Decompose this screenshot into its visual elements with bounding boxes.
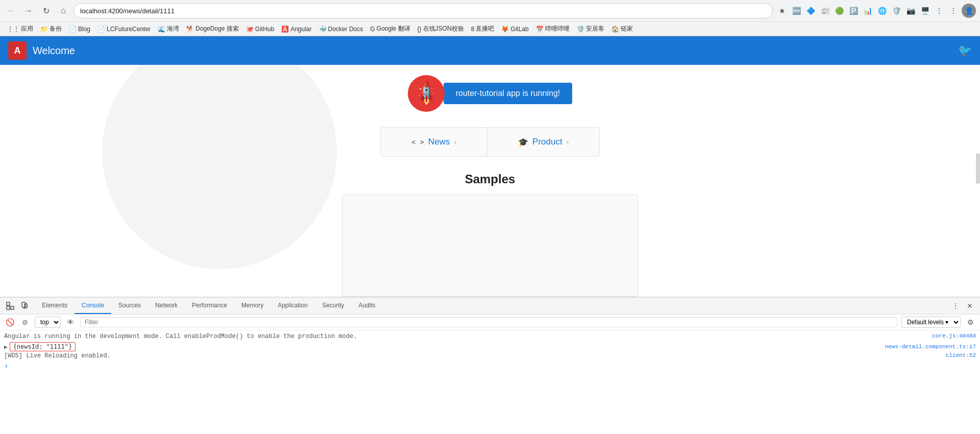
menu-icon[interactable]: ⋮ (947, 5, 960, 17)
tab-application[interactable]: Application (271, 298, 315, 314)
scrollbar[interactable] (976, 153, 980, 184)
browser-topbar: ← → ↻ ⌂ ★ 🆕 🔷 📰 🟢 🅿️ 📊 🌐 🛡️ 📷 🖥️ ⋮ ⋮ 👤 (0, 0, 980, 21)
expand-arrow-icon[interactable]: ▶ (4, 344, 8, 350)
bookmark-angular-label: Angular (290, 26, 311, 33)
tab-security[interactable]: Security (315, 298, 351, 314)
github-icon: 🐙 (246, 26, 254, 33)
browser-toolbar-icons: ★ 🆕 🔷 📰 🟢 🅿️ 📊 🌐 🛡️ 📷 🖥️ ⋮ ⋮ 👤 (776, 4, 976, 18)
console-message-1-source[interactable]: core.js:40480 (932, 333, 976, 339)
tab-performance[interactable]: Performance (185, 298, 234, 314)
console-clear-icon[interactable]: 🚫 (4, 317, 15, 328)
console-message-3: [WDS] Live Reloading enabled. client:52 (0, 352, 980, 361)
angular-icon: 🅰️ (281, 26, 289, 33)
bookmark-apps[interactable]: ⋮⋮ 应用 (4, 23, 36, 34)
tab-memory[interactable]: Memory (234, 298, 271, 314)
console-settings-icon[interactable]: ⚙ (965, 317, 976, 328)
folder-icon: 📁 (40, 26, 48, 33)
extension-icon-9[interactable]: 🖥️ (919, 5, 931, 17)
bookmark-haiwan[interactable]: 🌊 海湾 (155, 23, 182, 34)
google-translate-icon: G (370, 26, 375, 33)
bookmark-google-translate[interactable]: G Google 翻译 (367, 23, 413, 34)
svg-rect-3 (22, 302, 26, 307)
devtools-inspect-icon[interactable] (4, 300, 16, 312)
address-bar-wrap (74, 3, 773, 18)
tab-console[interactable]: Console (75, 298, 111, 314)
devtools-close-icon[interactable]: ✕ (964, 300, 976, 312)
live-icon: 8 (471, 26, 475, 33)
bookmark-blog[interactable]: 📄 Blog (66, 25, 93, 34)
extension-icon-1[interactable]: 🔷 (804, 5, 817, 17)
bookmark-angular[interactable]: 🅰️ Angular (278, 25, 314, 34)
tab-sources[interactable]: Sources (111, 298, 148, 314)
address-bar[interactable] (80, 7, 766, 15)
devtools-device-icon[interactable] (18, 300, 31, 312)
bookmark-lcfuture[interactable]: 📄 LCFutureCenter (94, 25, 154, 34)
console-message-2: ▶ {newsId: "1111"} news-detail.component… (0, 342, 980, 352)
console-message-3-text: [WDS] Live Reloading enabled. (4, 352, 946, 359)
console-object-value[interactable]: {newsId: "1111"} (10, 342, 76, 351)
nav-card-news[interactable]: < > News › (381, 128, 487, 156)
nav-card-product[interactable]: 🎓 Product › (487, 128, 599, 156)
haiwan-icon: 🌊 (158, 26, 165, 33)
bookmark-bilibili[interactable]: 📅 哔哩哔哩 (533, 23, 573, 34)
bookmark-github[interactable]: 🐙 GitHub (243, 25, 277, 34)
console-levels-select[interactable]: Default levels ▾ (901, 317, 961, 328)
extension-icon-10[interactable]: ⋮ (933, 5, 945, 17)
bookmark-dogedoge-label: DogeDoge 搜索 (195, 25, 239, 33)
tab-network[interactable]: Network (148, 298, 185, 314)
bookmark-backup-label: 备份 (50, 25, 62, 33)
console-context-select[interactable]: top (35, 317, 61, 328)
reload-button[interactable]: ↻ (39, 4, 53, 18)
extension-icon-8[interactable]: 📷 (904, 5, 917, 17)
extension-icon-6[interactable]: 🌐 (876, 5, 888, 17)
gitlab-icon: 🦊 (501, 26, 509, 33)
bookmark-gitlab[interactable]: 🦊 GitLab (498, 25, 531, 34)
console-eye-icon[interactable]: 👁 (65, 317, 76, 328)
console-message-2-source[interactable]: news-detail.component.ts:17 (885, 344, 976, 350)
news-arrow-icon: › (454, 138, 456, 146)
rocket-banner: 🚀 router-tutorial app is running! (408, 75, 573, 112)
home-button[interactable]: ⌂ (56, 4, 70, 18)
forward-button[interactable]: → (21, 4, 36, 18)
product-arrow-icon: › (567, 138, 569, 146)
bookmark-live[interactable]: 8 直播吧 (468, 23, 498, 34)
samples-box (342, 195, 638, 297)
rocket-circle: 🚀 (408, 75, 445, 112)
bookmark-backup[interactable]: 📁 备份 (37, 23, 65, 34)
bookmark-json[interactable]: {} 在线JSON校验 (414, 23, 467, 34)
lianjia-icon: 🏠 (611, 26, 619, 33)
console-filter-input[interactable] (80, 317, 897, 327)
bookmark-lianjia[interactable]: 🏠 链家 (608, 23, 636, 34)
bookmark-blog-label: Blog (78, 26, 90, 33)
bookmark-anju[interactable]: 🛡️ 安居客 (574, 23, 607, 34)
back-button[interactable]: ← (4, 4, 18, 18)
devtools-more-icon[interactable]: ⋮ (949, 300, 962, 312)
avatar[interactable]: 👤 (962, 4, 976, 18)
app-main: 🚀 router-tutorial app is running! < > Ne… (0, 65, 980, 297)
star-icon[interactable]: ★ (776, 5, 788, 17)
extension-icon-4[interactable]: 🅿️ (847, 5, 860, 17)
twitter-icon[interactable]: 🐦 (958, 44, 972, 57)
console-message-3-source[interactable]: client:52 (946, 352, 976, 358)
extension-icon-new[interactable]: 🆕 (790, 5, 802, 17)
console-filter-icon[interactable]: ⊘ (19, 317, 31, 328)
product-graduation-icon: 🎓 (518, 137, 528, 147)
bookmark-bilibili-label: 哔哩哔哩 (545, 25, 570, 33)
tab-audits[interactable]: Audits (351, 298, 382, 314)
bookmark-docker[interactable]: 🐳 Docker Docs (316, 25, 366, 34)
bookmark-lcfuture-label: LCFutureCenter (107, 26, 151, 33)
banner-text: router-tutorial app is running! (456, 89, 560, 98)
console-input[interactable] (10, 363, 976, 370)
bookmark-gitlab-label: GitLab (510, 26, 528, 33)
extension-icon-2[interactable]: 📰 (819, 5, 831, 17)
svg-rect-2 (7, 306, 10, 309)
anju-icon: 🛡️ (577, 26, 584, 33)
extension-icon-3[interactable]: 🟢 (833, 5, 845, 17)
tab-elements[interactable]: Elements (35, 298, 75, 314)
bookmark-lianjia-label: 链家 (621, 25, 633, 33)
bookmark-dogedoge[interactable]: 🐕 DogeDoge 搜索 (183, 23, 242, 34)
extension-icon-5[interactable]: 📊 (862, 5, 874, 17)
extension-icon-7[interactable]: 🛡️ (890, 5, 902, 17)
devtools-icons-left (0, 300, 35, 312)
news-code-icon: < > (411, 138, 424, 146)
